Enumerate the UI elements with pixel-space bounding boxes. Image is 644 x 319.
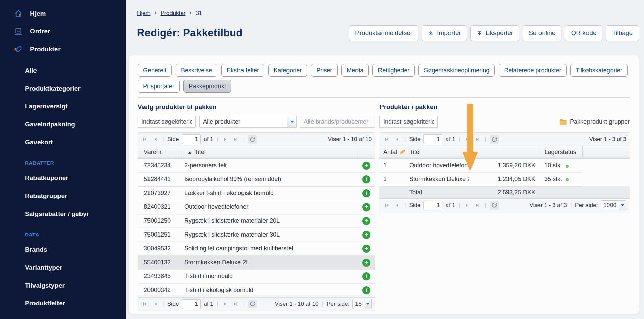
next-page-icon[interactable] [463,136,471,143]
add-product-button[interactable]: + [362,245,370,253]
table-row[interactable]: 82400321Outdoor hovedtelefoner+ [138,200,375,214]
sidebar-item-brands[interactable]: Brands [0,241,126,259]
sidebar-item-salgsrabatter-gebyr[interactable]: Salgsrabatter / gebyr [0,205,126,223]
add-product-button[interactable]: + [362,286,370,294]
prev-page-icon[interactable] [152,300,159,308]
prev-page-icon[interactable] [152,136,159,143]
tab-priser[interactable]: Priser [311,64,338,77]
import-r-button[interactable]: Importér [422,25,467,41]
add-product-button[interactable]: + [362,272,370,280]
table-row[interactable]: 723452342-personers telt+ [138,158,375,172]
sidebar-item-rabatgrupper[interactable]: Rabatgrupper [0,187,126,205]
table-row[interactable]: 21073927Lækker t-shirt i økologisk bomul… [138,186,375,200]
table-row[interactable]: 20000342T-shirt i økologisk bomuld+ [138,283,375,297]
next-page-icon[interactable] [463,202,471,209]
tab-media[interactable]: Media [341,64,369,77]
refresh-icon[interactable] [490,135,499,144]
qr-kode-button[interactable]: QR kode [565,25,602,41]
refresh-icon[interactable] [248,135,257,144]
sidebar-item-rabatkuponer[interactable]: Rabatkuponer [0,169,126,187]
per-page-select[interactable]: 1000 [601,200,626,210]
table-row[interactable]: 75001250Rygsæk i slidstærke materialer 2… [138,214,375,228]
breadcrumb-item-produkter[interactable]: Produkter [161,10,186,17]
table-row[interactable]: 23493845T-shirt i merinould+ [138,269,375,283]
sidebar-item-hjem[interactable]: Hjem [0,4,126,22]
sidebar-item-gaveindpakning[interactable]: Gaveindpakning [0,115,126,133]
breadcrumb-item-hjem[interactable]: Hjem [137,10,151,17]
last-page-icon[interactable] [474,202,481,209]
tab-tilkøbskategorier[interactable]: Tilkøbskategorier [570,64,627,77]
table-row[interactable]: 1Outdoor hovedtelefoner1.359,20 DKK10 st… [380,158,630,172]
last-page-icon[interactable] [232,136,239,143]
tab-bar-row1: GenereltBeskrivelseEkstra felterKategori… [138,64,630,77]
page-header: Redigér: Pakketilbud ProduktanmeldelserI… [129,25,639,41]
column-header-varenr[interactable]: Varenr. [138,146,182,158]
sidebar-item-produktkategorier[interactable]: Produktkategorier [0,79,126,97]
sidebar-item-ordrer[interactable]: Ordrer [0,22,126,40]
add-product-button[interactable]: + [362,231,370,239]
se-online-button[interactable]: Se online [523,25,561,41]
page-number-input[interactable] [423,201,442,210]
tab-generelt[interactable]: Generelt [138,64,172,77]
product-type-select[interactable]: Alle produkter [199,116,297,128]
button-label: Se online [529,29,555,37]
add-cell: + [358,200,375,214]
add-product-button[interactable]: + [362,217,370,225]
add-product-button[interactable]: + [362,203,370,211]
first-page-icon[interactable] [141,300,148,308]
column-header-lagerstatus[interactable]: Lagerstatus [540,146,582,158]
tab-kategorier[interactable]: Kategorier [268,64,307,77]
search-input[interactable] [380,116,438,128]
sidebar-item-produktfelter[interactable]: Produktfelter [0,294,126,312]
next-page-icon[interactable] [222,136,229,143]
sidebar-item-lageroversigt[interactable]: Lageroversigt [0,97,126,115]
column-header-antal[interactable]: Antal [380,146,407,158]
page-number-input[interactable] [423,134,442,144]
page-number-input[interactable] [182,299,201,309]
tab-ekstra-felter[interactable]: Ekstra felter [221,64,264,77]
sidebar-item-gavekort[interactable]: Gavekort [0,133,126,151]
search-input[interactable] [138,116,196,128]
table-row[interactable]: 1Stormkøkken Deluxe 2L1.234,05 DKK35 stk… [380,172,630,186]
package-groups-link[interactable]: Pakkeprodukt grupper [559,118,630,125]
column-header-titel[interactable]: Titel [407,146,469,158]
sidebar-item-varianttyper[interactable]: Varianttyper [0,259,126,276]
divider [138,97,630,98]
eksport-r-button[interactable]: Eksportér [470,25,519,41]
page-number-input[interactable] [182,134,201,144]
produktanmeldelser-button[interactable]: Produktanmeldelser [349,25,418,41]
table-row[interactable]: 51284441Isopropylalkohol 99% (rensemidde… [138,172,375,186]
prev-page-icon[interactable] [393,136,401,143]
last-page-icon[interactable] [474,136,481,143]
add-product-button[interactable]: + [362,162,370,170]
tab-prisportaler[interactable]: Prisportaler [138,80,180,93]
left-filter-row: Alle produkter Alle brands/producenter [138,116,375,128]
prev-page-icon[interactable] [393,202,401,209]
first-page-icon[interactable] [383,136,390,143]
next-page-icon[interactable] [222,300,229,308]
add-product-button[interactable]: + [362,189,370,197]
first-page-icon[interactable] [383,202,390,209]
tab-søgemaskineoptimering[interactable]: Søgemaskineoptimering [418,64,495,77]
tilbage-button[interactable]: Tilbage [606,25,639,41]
brand-select[interactable]: Alle brands/producenter [300,116,375,128]
table-row[interactable]: 55400132Stormkøkken Deluxe 2L+ [138,255,375,269]
tab-relaterede-produkter[interactable]: Relaterede produkter [499,64,567,77]
table-row[interactable]: 75001251Rygsæk i slidstærke materialer 3… [138,228,375,242]
sidebar-item-produkter[interactable]: Produkter [0,40,126,58]
column-header-titel[interactable]: Titel [182,146,358,158]
tab-pakkeprodukt[interactable]: Pakkeprodukt [183,80,231,93]
sidebar-item-alle[interactable]: Alle [0,62,126,79]
tab-beskrivelse[interactable]: Beskrivelse [176,64,217,77]
tab-rettigheder[interactable]: Rettigheder [372,64,415,77]
refresh-icon[interactable] [248,300,257,308]
last-page-icon[interactable] [232,300,239,308]
chevron-down-icon [287,116,296,127]
add-product-button[interactable]: + [362,259,370,267]
table-row[interactable]: 30049532Solid og let campingstol med kul… [138,242,375,255]
per-page-select[interactable]: 15 [352,299,372,309]
add-product-button[interactable]: + [362,175,370,183]
first-page-icon[interactable] [141,136,148,143]
sidebar-item-tilvalgstyper[interactable]: Tilvalgstyper [0,276,126,294]
refresh-icon[interactable] [490,201,499,210]
